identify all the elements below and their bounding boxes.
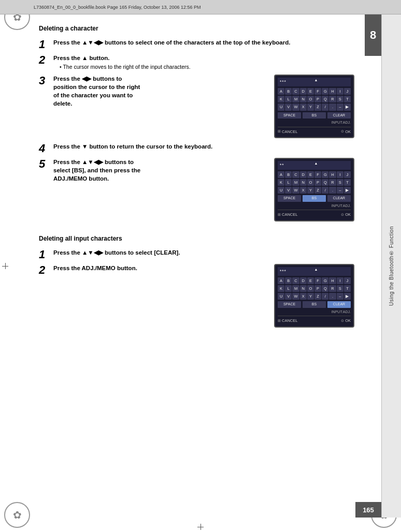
- kb3-rows: ABCDEFGHIJ KLMNOPQRST UVWXYZ/.–▶: [278, 277, 351, 300]
- corner-decoration-bl: [4, 502, 30, 528]
- kb-key-Y: Y: [307, 104, 314, 110]
- kb2-input-label: INPUT:ADJ.: [278, 203, 351, 209]
- kb3-bottom: SPACE BS CLEAR: [278, 301, 351, 308]
- s2-step2-row: 2 Press the ADJ./MEMO button.: [39, 264, 269, 276]
- step5-number: 5: [39, 158, 53, 170]
- kb-key-T: T: [344, 96, 351, 102]
- section-gap: [39, 226, 354, 234]
- step5-text: Press the ▲▼◀▶ buttons toselect [BS], an…: [53, 158, 269, 183]
- kb-key-slash: /: [322, 104, 328, 110]
- kb2-row1: ABCDEFGHIJ: [278, 171, 351, 178]
- s2-step2: 2 Press the ADJ./MEMO button. *** ▲ ABCD…: [39, 264, 354, 328]
- kb-key-J: J: [344, 88, 351, 95]
- s2-step2-number: 2: [39, 264, 53, 276]
- step1-text: Press the ▲▼◀▶ buttons to select one of …: [53, 38, 354, 47]
- step4-number: 4: [39, 142, 53, 155]
- kb-key-W: W: [292, 104, 299, 110]
- keyboard-screen-2: ** ▲ ABCDEFGHIJ KLMNOPQRST UVWXYZ/.–▶ SP…: [274, 158, 354, 221]
- kb-key-C: C: [292, 88, 299, 95]
- crosshair-bottom: [197, 524, 204, 530]
- step5: 5 Press the ▲▼◀▶ buttons toselect [BS], …: [39, 158, 354, 221]
- step3-row: 3 Press the ◀▶ buttons toposition the cu…: [39, 75, 269, 108]
- kb-key-E: E: [307, 88, 314, 95]
- step2-number: 2: [39, 54, 53, 66]
- kb-key-D: D: [300, 88, 307, 95]
- kb1-input: *** ▲: [278, 78, 351, 86]
- kb1-cursor: ▲: [314, 78, 318, 83]
- kb-key-O: O: [307, 96, 314, 102]
- kb-space: SPACE: [278, 112, 301, 119]
- kb1-rows: ABCDEFGHIJ KLMNOPQRST UVWXYZ/.–▶: [278, 88, 351, 111]
- kb1-input-label: INPUT:ADJ.: [278, 120, 351, 126]
- kb-key-A: A: [278, 88, 284, 95]
- step1-number: 1: [39, 38, 53, 51]
- kb3-value: ***: [280, 268, 287, 275]
- kb3-row3: UVWXYZ/.–▶: [278, 293, 351, 300]
- kb2-row3: UVWXYZ/.–▶: [278, 187, 351, 194]
- s2-step2-image: *** ▲ ABCDEFGHIJ KLMNOPQRST UVWXYZ/.–▶ S…: [274, 264, 354, 328]
- kb-key-Q: Q: [322, 96, 328, 102]
- kb3-clear-highlighted: CLEAR: [327, 301, 351, 308]
- kb-key-I: I: [337, 88, 343, 95]
- kb-key-V: V: [285, 104, 292, 110]
- chapter-box: 8: [365, 14, 381, 56]
- header-bar: L7360874_En_00_0_bookfile.book Page 165 …: [0, 0, 401, 14]
- kb-key-G: G: [322, 88, 328, 95]
- kb2-bottom: SPACE BS CLEAR: [278, 195, 351, 202]
- kb2-footer: ⊞ CANCEL ⊙ OK: [278, 210, 351, 217]
- kb-key-B: B: [285, 88, 292, 95]
- kb-key-R: R: [329, 96, 336, 102]
- kb3-row1: ABCDEFGHIJ: [278, 277, 351, 284]
- step5-image: ** ▲ ABCDEFGHIJ KLMNOPQRST UVWXYZ/.–▶ SP…: [274, 158, 354, 221]
- kb1-ok: ⊙ OK: [341, 129, 351, 135]
- step2-bullet: The cursor moves to the right of the inp…: [53, 63, 354, 71]
- s2-step1-text: Press the ▲▼◀▶ buttons to select [CLEAR]…: [53, 248, 354, 257]
- kb-key-K: K: [278, 96, 284, 102]
- kb2-cursor: ▲: [314, 161, 318, 167]
- kb-clear: CLEAR: [327, 112, 351, 119]
- kb1-row2: KLMNOPQRST: [278, 96, 351, 102]
- step1: 1 Press the ▲▼◀▶ buttons to select one o…: [39, 38, 354, 51]
- kb1-footer: ⊞ CANCEL ⊙ OK: [278, 127, 351, 135]
- s2-step2-text: Press the ADJ./MEMO button.: [53, 264, 269, 272]
- sidebar-label: Using the Bluetooth® Function: [389, 226, 394, 306]
- kb3-footer: ⊞ CANCEL ⊙ OK: [278, 316, 351, 323]
- kb1-value: ***: [280, 79, 287, 85]
- kb2-row2: KLMNOPQRST: [278, 179, 351, 186]
- kb-key-X: X: [300, 104, 307, 110]
- right-sidebar: Using the Bluetooth® Function: [381, 14, 401, 518]
- header-text: L7360874_En_00_0_bookfile.book Page 165 …: [34, 5, 201, 10]
- kb-key-N: N: [300, 96, 307, 102]
- kb-key-dash: –: [337, 104, 343, 110]
- kb1-row3: UVWXYZ/.–▶: [278, 104, 351, 110]
- kb-key-U: U: [278, 104, 284, 110]
- step4: 4 Press the ▼ button to return the curso…: [39, 142, 354, 155]
- crosshair-left: [2, 263, 8, 269]
- main-content: Deleting a character 1 Press the ▲▼◀▶ bu…: [34, 14, 365, 502]
- step2: 2 Press the ▲ button. The cursor moves t…: [39, 54, 354, 71]
- kb3-input-label: INPUT:ADJ.: [278, 309, 351, 315]
- step3-image: *** ▲ ABCDEFGHIJ KLMNOPQRST UVWXYZ/.–▶ S…: [274, 75, 354, 138]
- page-number-box: 165: [355, 502, 381, 518]
- step3-text: Press the ◀▶ buttons toposition the curs…: [53, 75, 269, 108]
- kb-key-F: F: [314, 88, 321, 95]
- step3: 3 Press the ◀▶ buttons toposition the cu…: [39, 75, 354, 138]
- step4-text: Press the ▼ button to return the cursor …: [53, 142, 354, 151]
- section2-title: Deleting all input characters: [39, 234, 354, 243]
- step3-number: 3: [39, 75, 53, 87]
- s2-step1: 1 Press the ▲▼◀▶ buttons to select [CLEA…: [39, 248, 354, 261]
- kb3-cancel: ⊞ CANCEL: [278, 318, 297, 323]
- kb3-ok: ⊙ OK: [341, 318, 351, 323]
- page-number: 165: [363, 506, 374, 514]
- kb-key-P: P: [314, 96, 321, 102]
- kb2-cancel: ⊞ CANCEL: [278, 212, 297, 217]
- step5-row: 5 Press the ▲▼◀▶ buttons toselect [BS], …: [39, 158, 269, 183]
- kb1-row1: ABCDEFGHIJ: [278, 88, 351, 95]
- kb-bs: BS: [303, 112, 326, 119]
- kb1-cancel: ⊞ CANCEL: [278, 129, 297, 135]
- section1-title: Deleting a character: [39, 24, 354, 33]
- kb-key-M: M: [292, 96, 299, 102]
- keyboard-screen-3: *** ▲ ABCDEFGHIJ KLMNOPQRST UVWXYZ/.–▶ S…: [274, 264, 354, 328]
- kb2-value: **: [280, 162, 284, 169]
- kb2-ok: ⊙ OK: [341, 212, 351, 217]
